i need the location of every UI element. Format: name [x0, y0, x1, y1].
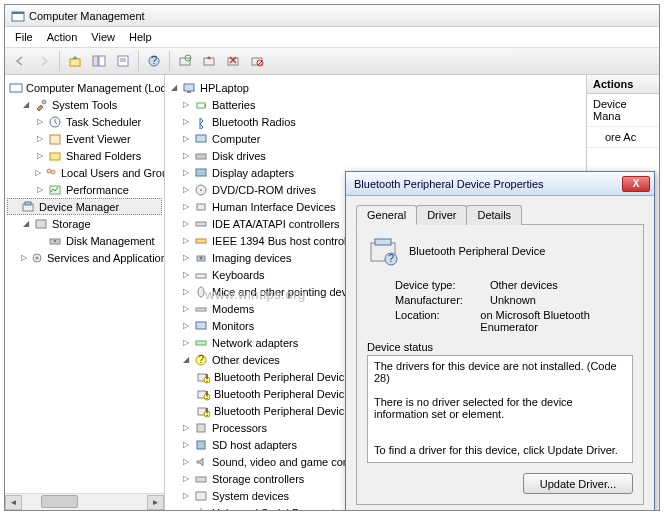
device-category[interactable]: ▷Bluetooth Radios — [167, 113, 584, 130]
expand-icon[interactable]: ▷ — [181, 440, 190, 449]
expand-icon[interactable]: ▷ — [181, 151, 190, 160]
close-button[interactable]: X — [622, 176, 650, 192]
expand-icon[interactable]: ▷ — [181, 134, 190, 143]
device-root[interactable]: ◢HPLaptop — [167, 79, 584, 96]
dialog-titlebar[interactable]: Bluetooth Peripheral Device Properties X — [346, 172, 654, 196]
menu-action[interactable]: Action — [41, 29, 84, 45]
help-button[interactable]: ? — [143, 50, 165, 72]
svg-rect-2 — [70, 59, 80, 66]
expand-icon[interactable]: ▷ — [35, 134, 44, 143]
tree-services-apps[interactable]: ▷Services and Applications — [7, 249, 162, 266]
svg-rect-12 — [204, 58, 214, 65]
expand-icon[interactable]: ▷ — [181, 236, 190, 245]
expand-icon[interactable]: ▷ — [181, 219, 190, 228]
device-category[interactable]: ▷Computer — [167, 130, 584, 147]
expand-icon[interactable]: ▷ — [181, 100, 190, 109]
expand-icon[interactable]: ▷ — [181, 117, 190, 126]
scroll-left-arrow[interactable]: ◄ — [5, 495, 22, 510]
expand-icon[interactable]: ▷ — [181, 474, 190, 483]
device-status-text[interactable] — [367, 355, 633, 463]
expand-icon[interactable]: ▷ — [181, 304, 190, 313]
device-category[interactable]: ▷Batteries — [167, 96, 584, 113]
category-icon — [193, 199, 209, 215]
expand-icon[interactable]: ▷ — [181, 270, 190, 279]
expand-icon[interactable]: ▷ — [35, 168, 41, 177]
svg-text:!: ! — [205, 389, 208, 401]
back-button[interactable] — [9, 50, 31, 72]
expand-icon[interactable]: ▷ — [35, 151, 44, 160]
collapse-icon[interactable]: ◢ — [181, 355, 190, 364]
expand-icon[interactable]: ▷ — [35, 185, 44, 194]
svg-rect-3 — [93, 56, 98, 66]
scan-hardware-button[interactable] — [174, 50, 196, 72]
clock-icon — [47, 114, 63, 130]
svg-rect-64 — [197, 424, 205, 432]
actions-more[interactable]: ore Ac — [587, 127, 659, 148]
category-icon — [193, 505, 209, 511]
collapse-icon[interactable]: ◢ — [169, 83, 178, 92]
menu-file[interactable]: File — [9, 29, 39, 45]
tree-performance[interactable]: ▷Performance — [7, 181, 162, 198]
tree-event-viewer[interactable]: ▷Event Viewer — [7, 130, 162, 147]
tree-root[interactable]: Computer Management (Local — [7, 79, 162, 96]
category-icon — [193, 420, 209, 436]
tree-disk-management[interactable]: Disk Management — [7, 232, 162, 249]
expand-icon[interactable]: ▷ — [21, 253, 27, 262]
category-icon — [193, 335, 209, 351]
expand-icon[interactable]: ▷ — [181, 457, 190, 466]
expand-icon[interactable]: ▷ — [181, 185, 190, 194]
console-tree: Computer Management (Local ◢System Tools… — [5, 75, 164, 270]
show-hide-tree-button[interactable] — [88, 50, 110, 72]
dialog-title: Bluetooth Peripheral Device Properties — [354, 178, 622, 190]
svg-rect-44 — [196, 222, 206, 226]
services-icon — [30, 250, 44, 266]
expand-icon[interactable]: ▷ — [181, 287, 190, 296]
menu-view[interactable]: View — [85, 29, 121, 45]
expand-icon[interactable]: ▷ — [181, 168, 190, 177]
tab-details[interactable]: Details — [466, 205, 522, 225]
tab-general[interactable]: General — [356, 205, 417, 225]
category-icon — [193, 233, 209, 249]
device-category[interactable]: ▷Disk drives — [167, 147, 584, 164]
tree-system-tools[interactable]: ◢System Tools — [7, 96, 162, 113]
svg-rect-48 — [196, 274, 206, 278]
expand-icon[interactable]: ▷ — [181, 423, 190, 432]
expand-icon[interactable]: ▷ — [181, 508, 190, 510]
value-manufacturer: Unknown — [490, 294, 536, 306]
scroll-right-arrow[interactable]: ► — [147, 495, 164, 510]
tree-task-scheduler[interactable]: ▷Task Scheduler — [7, 113, 162, 130]
update-driver-button[interactable] — [198, 50, 220, 72]
up-button[interactable] — [64, 50, 86, 72]
scroll-thumb[interactable] — [41, 495, 79, 508]
expand-icon[interactable]: ▷ — [181, 253, 190, 262]
expand-icon[interactable]: ▷ — [35, 117, 44, 126]
tree-local-users[interactable]: ▷Local Users and Groups — [7, 164, 162, 181]
category-icon — [193, 318, 209, 334]
titlebar: Computer Management — [5, 5, 659, 27]
category-icon — [193, 437, 209, 453]
category-icon — [193, 471, 209, 487]
forward-button[interactable] — [33, 50, 55, 72]
actions-section[interactable]: Device Mana — [587, 94, 659, 127]
category-icon — [193, 301, 209, 317]
h-scrollbar[interactable]: ◄ ► — [5, 493, 164, 510]
expand-icon[interactable]: ▷ — [181, 491, 190, 500]
tree-shared-folders[interactable]: ▷Shared Folders — [7, 147, 162, 164]
tree-device-manager[interactable]: Device Manager — [7, 198, 162, 215]
unknown-device-icon: ! — [195, 386, 211, 402]
expand-icon[interactable]: ▷ — [181, 321, 190, 330]
expand-icon[interactable]: ▷ — [181, 338, 190, 347]
update-driver-button[interactable]: Update Driver... — [523, 473, 633, 494]
left-pane: Computer Management (Local ◢System Tools… — [5, 75, 165, 510]
expand-icon[interactable]: ▷ — [181, 202, 190, 211]
uninstall-button[interactable] — [222, 50, 244, 72]
tree-storage[interactable]: ◢Storage — [7, 215, 162, 232]
collapse-icon[interactable]: ◢ — [21, 219, 30, 228]
tab-driver[interactable]: Driver — [416, 205, 467, 225]
menu-help[interactable]: Help — [123, 29, 158, 45]
category-icon — [193, 165, 209, 181]
properties-button[interactable] — [112, 50, 134, 72]
disable-button[interactable] — [246, 50, 268, 72]
computer-icon — [181, 80, 197, 96]
collapse-icon[interactable]: ◢ — [21, 100, 30, 109]
